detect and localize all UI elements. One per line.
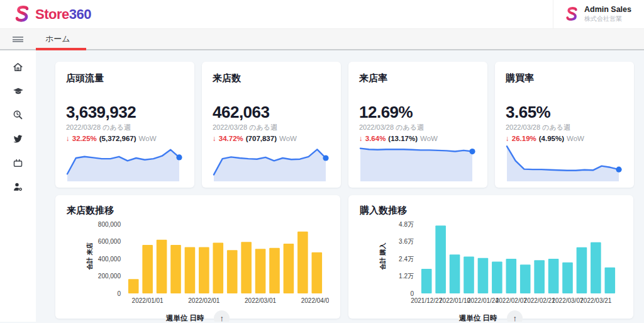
kpi-card-visits: 来店数 462,063 2022/03/28 のある週 ↓ 34.72% (70… [202,62,341,188]
chart-title: 購入数推移 [360,205,622,217]
chart-row: 来店数推移 0200,000400,000600,000800,000合計 来店… [55,195,633,319]
brand-name: Store360 [35,6,91,23]
sparkline-chart [213,142,330,181]
kpi-value: 12.69% [359,104,477,120]
kpi-change-value: (707,837) [246,135,277,142]
chart-title: 来店数推移 [67,205,329,217]
user-settings-icon [12,181,24,193]
account-logo-icon [565,6,579,23]
tv-icon [12,157,24,169]
kpi-change-value: (13.17%) [388,135,418,142]
sparkline-chart [506,142,623,181]
menu-toggle-button[interactable] [0,29,36,49]
sidebar-item-twitter[interactable] [8,133,29,145]
kpi-change-value: (5,372,967) [99,135,136,142]
kpi-change-suffix: WoW [139,135,157,142]
account-company: 株式会社営業 [584,15,631,23]
sort-direction-button[interactable]: ↑ [214,310,230,322]
chart-footer: 週単位 日時 ↑ [67,310,329,322]
tab-strip: ホーム [0,29,644,50]
svg-text:1.2万: 1.2万 [399,273,414,280]
time-unit-label: 週単位 日時 [459,314,497,322]
svg-text:2022/02/21: 2022/02/21 [524,297,555,304]
tab-home-label: ホーム [45,33,70,45]
sparkline-chart [359,142,477,181]
svg-text:400,000: 400,000 [98,256,121,263]
kpi-change: ↓ 26.19% (4.95%) WoW [506,135,623,142]
svg-text:600,000: 600,000 [98,238,121,245]
kpi-change-pct: 3.64% [365,135,386,142]
kpi-change-suffix: WoW [420,135,438,142]
visits-trend-card: 来店数推移 0200,000400,000600,000800,000合計 来店… [55,195,340,319]
sort-direction-button[interactable]: ↑ [507,310,523,322]
svg-text:2022/01/10: 2022/01/10 [439,297,470,304]
kpi-period: 2022/03/28 のある週 [506,123,623,132]
kpi-change-suffix: WoW [567,135,584,142]
svg-text:3.6万: 3.6万 [399,238,414,245]
time-unit-label: 週単位 日時 [166,314,204,322]
kpi-change-pct: 26.19% [512,135,536,142]
kpi-row: 店頭流量 3,639,932 2022/03/28 のある週 ↓ 32.25% … [55,62,633,188]
sidebar-item-media[interactable] [8,157,29,169]
main-content: 店頭流量 3,639,932 2022/03/28 のある週 ↓ 32.25% … [36,50,644,322]
sidebar-item-home[interactable] [8,61,29,73]
twitter-icon [12,133,24,144]
svg-text:200,000: 200,000 [98,273,121,280]
svg-text:800,000: 800,000 [98,221,121,228]
kpi-title: 来店数 [213,72,330,84]
brand-logo[interactable]: Store360 [14,5,91,24]
chart-footer: 週単位 日時 ↑ [360,310,622,322]
kpi-card-purchase-rate: 購買率 3.65% 2022/03/28 のある週 ↓ 26.19% (4.95… [495,62,634,188]
hamburger-icon [13,37,23,42]
kpi-title: 店頭流量 [66,72,184,84]
brand-360-text: 360 [69,6,91,22]
kpi-period: 2022/03/28 のある週 [66,123,184,132]
down-arrow-icon: ↓ [213,135,216,142]
svg-text:2022/02/07: 2022/02/07 [496,297,527,304]
account-name: Admin Sales [584,5,631,15]
tab-home[interactable]: ホーム [36,29,86,49]
kpi-change: ↓ 3.64% (13.17%) WoW [359,135,477,142]
svg-text:2022/04/01: 2022/04/01 [301,297,329,304]
svg-text:0: 0 [410,290,414,297]
home-icon [12,61,24,73]
kpi-card-store-traffic: 店頭流量 3,639,932 2022/03/28 のある週 ↓ 32.25% … [55,62,194,188]
sidebar-item-insights[interactable] [8,109,29,121]
graduation-cap-icon [12,86,25,97]
kpi-change: ↓ 34.72% (707,837) WoW [213,135,330,142]
kpi-change-value: (4.95%) [539,135,564,142]
svg-text:4.8万: 4.8万 [399,221,414,228]
kpi-value: 3,639,932 [66,104,184,120]
svg-text:2022/01/24: 2022/01/24 [467,297,499,304]
kpi-value: 3.65% [506,104,623,120]
sidebar-nav [0,50,36,322]
kpi-change-pct: 34.72% [219,135,243,142]
svg-text:2.4万: 2.4万 [399,256,414,263]
purchases-trend-card: 購入数推移 01.2万2.4万3.6万4.8万合計 購入2021/12/2720… [348,195,633,319]
down-arrow-icon: ↓ [359,135,363,142]
svg-text:合計 購入: 合計 購入 [379,242,386,271]
svg-text:2022/03/01: 2022/03/01 [245,297,276,304]
kpi-title: 来店率 [359,72,477,84]
svg-text:2022/03/07: 2022/03/07 [552,297,583,304]
kpi-title: 購買率 [506,72,623,84]
kpi-change: ↓ 32.25% (5,372,967) WoW [66,135,184,142]
sidebar-item-learning[interactable] [8,85,29,97]
purchases-bar-chart: 01.2万2.4万3.6万4.8万合計 購入2021/12/272022/01/… [360,218,622,307]
svg-text:0: 0 [117,290,121,297]
sparkline-chart [66,142,184,181]
down-arrow-icon: ↓ [506,135,509,142]
account-menu[interactable]: Admin Sales 株式会社営業 [553,0,631,28]
kpi-change-suffix: WoW [279,135,297,142]
kpi-period: 2022/03/28 のある週 [359,123,477,132]
search-insight-icon [12,109,24,121]
brand-store-text: Store [35,6,69,22]
kpi-period: 2022/03/28 のある週 [213,123,330,132]
svg-text:2022/02/01: 2022/02/01 [188,297,219,304]
svg-text:合計 来店: 合計 来店 [86,243,93,271]
kpi-value: 462,063 [213,104,330,120]
sidebar-item-user-settings[interactable] [8,181,29,193]
visits-bar-chart: 0200,000400,000600,000800,000合計 来店2022/0… [67,218,329,307]
app-header: Store360 Admin Sales 株式会社営業 [0,0,644,29]
down-arrow-icon: ↓ [66,135,70,142]
